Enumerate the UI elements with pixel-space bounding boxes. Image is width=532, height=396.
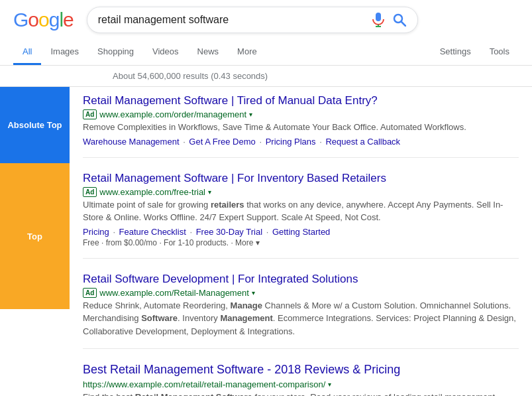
header: Google bbox=[0, 0, 532, 66]
tab-all[interactable]: All bbox=[13, 40, 41, 65]
organic-1-url-row: https://www.example.com/retail/retail-ma… bbox=[83, 379, 519, 389]
microphone-icon[interactable] bbox=[371, 13, 386, 27]
absolute-top-label: Absolute Top bbox=[0, 87, 70, 163]
ad-3-url: www.example.com/Retail-Management bbox=[99, 288, 248, 298]
ad-2-arrow: ▾ bbox=[208, 188, 211, 196]
ad-1-link-2[interactable]: Pricing Plans bbox=[266, 137, 316, 147]
ad-1-url-row: Ad www.example.com/order/management ▾ bbox=[83, 109, 519, 119]
ad-2-url: www.example.com/free-trial bbox=[99, 187, 205, 197]
ad-1-link-1[interactable]: Get A Free Demo bbox=[189, 137, 255, 147]
ad-3-arrow: ▾ bbox=[252, 289, 255, 297]
organic-1-url: https://www.example.com/retail/retail-ma… bbox=[83, 379, 325, 389]
ad-1-arrow: ▾ bbox=[249, 111, 252, 118]
ad-2-desc-bold: retailers bbox=[211, 200, 244, 210]
ad-3-desc: Reduce Shrink, Automate Reordering, Mana… bbox=[83, 299, 519, 338]
svg-line-4 bbox=[401, 22, 405, 26]
ad-2-badge: Ad bbox=[83, 187, 97, 197]
svg-rect-0 bbox=[376, 13, 381, 21]
main-content: Absolute Top Top Retail Management Softw… bbox=[0, 87, 532, 396]
results-info: About 54,600,000 results (0.43 seconds) bbox=[0, 66, 532, 87]
nav-tabs: All Images Shopping Videos News More Set… bbox=[13, 40, 519, 65]
ad-2-links: Pricing · Feature Checklist · Free 30-Da… bbox=[83, 227, 519, 237]
organic-1-desc: Find the best Retail Management Software… bbox=[83, 391, 519, 396]
ad-2-link-1[interactable]: Feature Checklist bbox=[119, 227, 186, 237]
search-icons bbox=[371, 13, 407, 27]
ad-1-url: www.example.com/order/management bbox=[99, 109, 246, 119]
organic-1-title[interactable]: Best Retail Management Software - 2018 R… bbox=[83, 363, 400, 376]
ad-result-3: Retail Software Development | For Integr… bbox=[83, 272, 519, 350]
organic-result-1: Best Retail Management Software - 2018 R… bbox=[83, 362, 519, 396]
tab-videos[interactable]: Videos bbox=[143, 40, 188, 65]
ad-1-desc: Remove Complexities in Workflows, Save T… bbox=[83, 121, 519, 134]
ad-1-links: Warehouse Management · Get A Free Demo ·… bbox=[83, 137, 519, 147]
results-column: Retail Management Software | Tired of Ma… bbox=[70, 87, 532, 396]
ad-result-2: Retail Management Software | For Invento… bbox=[83, 171, 519, 259]
ad-3-bold-1: Manage bbox=[231, 300, 262, 310]
search-bar[interactable] bbox=[87, 7, 418, 33]
organic-1-desc-pre: Find the best bbox=[83, 392, 135, 396]
google-logo: Google bbox=[13, 9, 74, 31]
tab-shopping[interactable]: Shopping bbox=[88, 40, 143, 65]
ad-2-link-0[interactable]: Pricing bbox=[83, 227, 109, 237]
ad-1-badge: Ad bbox=[83, 109, 97, 119]
ad-2-link-2[interactable]: Free 30-Day Trial bbox=[196, 227, 262, 237]
position-labels: Absolute Top Top bbox=[0, 87, 70, 396]
top-label: Top bbox=[0, 163, 70, 309]
ad-2-url-row: Ad www.example.com/free-trial ▾ bbox=[83, 187, 519, 197]
ad-2-link-3[interactable]: Getting Started bbox=[272, 227, 330, 237]
tab-images[interactable]: Images bbox=[41, 40, 88, 65]
search-input[interactable] bbox=[98, 14, 366, 26]
organic-1-arrow: ▾ bbox=[328, 381, 331, 388]
ad-2-desc-text1: Ultimate point of sale for growing bbox=[83, 200, 211, 210]
tab-settings[interactable]: Settings bbox=[431, 40, 480, 65]
ad-1-title[interactable]: Retail Management Software | Tired of Ma… bbox=[83, 94, 378, 107]
tab-more[interactable]: More bbox=[228, 40, 266, 65]
ad-2-pricing: Free · from $0.00/mo · For 1-10 products… bbox=[83, 238, 519, 247]
ad-result-1: Retail Management Software | Tired of Ma… bbox=[83, 94, 519, 158]
ad-3-url-row: Ad www.example.com/Retail-Management ▾ bbox=[83, 288, 519, 298]
ad-2-title[interactable]: Retail Management Software | For Invento… bbox=[83, 172, 386, 184]
tab-tools[interactable]: Tools bbox=[480, 40, 519, 65]
ad-3-badge: Ad bbox=[83, 288, 97, 298]
ad-1-link-0[interactable]: Warehouse Management bbox=[83, 137, 180, 147]
header-top: Google bbox=[13, 7, 519, 33]
ad-2-desc: Ultimate point of sale for growing retai… bbox=[83, 198, 519, 224]
ad-3-bold-3: Management bbox=[220, 313, 272, 323]
ad-3-title[interactable]: Retail Software Development | For Integr… bbox=[83, 273, 358, 285]
ad-1-link-3[interactable]: Request a Callback bbox=[325, 137, 400, 147]
tab-news[interactable]: News bbox=[188, 40, 229, 65]
search-icon[interactable] bbox=[392, 13, 407, 27]
organic-1-desc-bold: Retail Management Software bbox=[135, 392, 252, 396]
ad-3-bold-2: Software bbox=[141, 313, 178, 323]
